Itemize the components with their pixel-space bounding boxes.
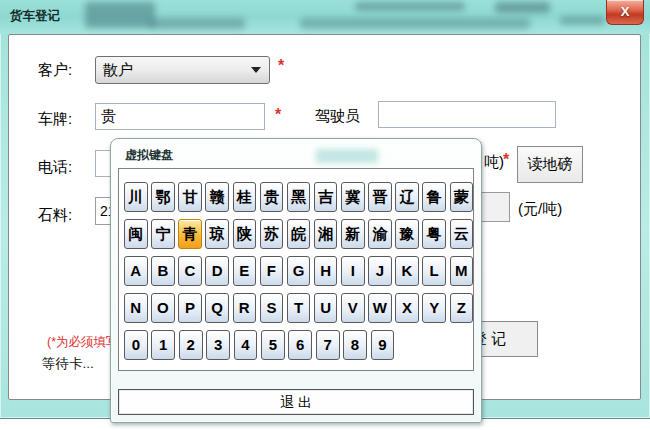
key-琼[interactable]: 琼	[205, 219, 229, 249]
key-E[interactable]: E	[233, 256, 257, 286]
key-陕[interactable]: 陕	[233, 219, 257, 249]
key-渝[interactable]: 渝	[368, 219, 392, 249]
read-weighbridge-button[interactable]: 读地磅	[517, 146, 583, 183]
close-icon[interactable]: X	[606, 0, 644, 25]
key-粤[interactable]: 粤	[422, 219, 446, 249]
key-Y[interactable]: Y	[422, 293, 446, 323]
key-3[interactable]: 3	[206, 330, 230, 360]
stone-label: 石料:	[38, 206, 72, 225]
background-blur	[150, 18, 245, 29]
plate-input[interactable]	[95, 103, 265, 130]
key-Q[interactable]: Q	[205, 293, 229, 323]
key-宁[interactable]: 宁	[151, 219, 175, 249]
required-asterisk: *	[275, 106, 281, 124]
key-X[interactable]: X	[395, 293, 419, 323]
key-U[interactable]: U	[314, 293, 338, 323]
key-K[interactable]: K	[395, 256, 419, 286]
key-云[interactable]: 云	[450, 219, 474, 249]
key-7[interactable]: 7	[316, 330, 340, 360]
key-贵[interactable]: 贵	[260, 182, 284, 212]
key-闽[interactable]: 闽	[124, 219, 148, 249]
key-豫[interactable]: 豫	[395, 219, 419, 249]
driver-input[interactable]	[378, 101, 556, 128]
key-V[interactable]: V	[341, 293, 365, 323]
key-I[interactable]: I	[341, 256, 365, 286]
key-8[interactable]: 8	[343, 330, 367, 360]
key-H[interactable]: H	[314, 256, 338, 286]
key-N[interactable]: N	[124, 293, 148, 323]
required-note: (*为必须填写	[47, 334, 119, 351]
virtual-keyboard-dialog: 虚拟键盘 川鄂甘赣桂贵黑吉冀晋辽鲁蒙闽宁青琼陕苏皖湘新渝豫粤云ABCDEFGHI…	[110, 138, 482, 423]
required-asterisk: *	[503, 151, 509, 169]
virtual-keyboard-title: 虚拟键盘	[125, 147, 173, 164]
key-B[interactable]: B	[151, 256, 175, 286]
key-吉[interactable]: 吉	[314, 182, 338, 212]
key-O[interactable]: O	[151, 293, 175, 323]
customer-select[interactable]: 散户	[95, 56, 270, 84]
key-6[interactable]: 6	[288, 330, 312, 360]
customer-selected-value: 散户	[103, 61, 133, 78]
key-L[interactable]: L	[422, 256, 446, 286]
key-P[interactable]: P	[178, 293, 202, 323]
key-桂[interactable]: 桂	[233, 182, 257, 212]
key-A[interactable]: A	[124, 256, 148, 286]
key-Z[interactable]: Z	[450, 293, 474, 323]
window-title: 货车登记	[10, 8, 60, 25]
chevron-down-icon	[251, 67, 261, 73]
background-blur	[316, 149, 378, 163]
key-S[interactable]: S	[260, 293, 284, 323]
key-F[interactable]: F	[260, 256, 284, 286]
price-unit-label: (元/吨)	[518, 200, 562, 219]
key-2[interactable]: 2	[179, 330, 203, 360]
key-R[interactable]: R	[233, 293, 257, 323]
background-blur	[560, 16, 605, 25]
key-苏[interactable]: 苏	[260, 219, 284, 249]
key-湘[interactable]: 湘	[314, 219, 338, 249]
key-川[interactable]: 川	[124, 182, 148, 212]
key-青[interactable]: 青	[178, 219, 202, 249]
key-G[interactable]: G	[287, 256, 311, 286]
background-blur	[300, 18, 530, 29]
key-1[interactable]: 1	[151, 330, 175, 360]
titlebar	[0, 0, 650, 34]
key-甘[interactable]: 甘	[178, 182, 202, 212]
required-asterisk: *	[278, 57, 284, 75]
phone-label: 电话:	[38, 158, 72, 177]
keyboard-keys: 川鄂甘赣桂贵黑吉冀晋辽鲁蒙闽宁青琼陕苏皖湘新渝豫粤云ABCDEFGHIJKLMN…	[118, 168, 474, 371]
key-赣[interactable]: 赣	[205, 182, 229, 212]
key-鄂[interactable]: 鄂	[151, 182, 175, 212]
driver-label: 驾驶员	[315, 107, 360, 126]
key-D[interactable]: D	[205, 256, 229, 286]
key-辽[interactable]: 辽	[395, 182, 419, 212]
key-蒙[interactable]: 蒙	[450, 182, 474, 212]
key-4[interactable]: 4	[234, 330, 258, 360]
key-黑[interactable]: 黑	[287, 182, 311, 212]
key-新[interactable]: 新	[341, 219, 365, 249]
key-皖[interactable]: 皖	[287, 219, 311, 249]
key-5[interactable]: 5	[261, 330, 285, 360]
status-text: 等待卡...	[42, 355, 94, 373]
key-鲁[interactable]: 鲁	[422, 182, 446, 212]
key-9[interactable]: 9	[371, 330, 395, 360]
weight-unit-suffix: 吨)	[484, 153, 504, 172]
key-冀[interactable]: 冀	[341, 182, 365, 212]
customer-label: 客户:	[38, 61, 72, 80]
key-M[interactable]: M	[450, 256, 474, 286]
background-blur	[355, 2, 465, 11]
key-J[interactable]: J	[368, 256, 392, 286]
key-W[interactable]: W	[368, 293, 392, 323]
background-blur	[495, 2, 550, 13]
key-T[interactable]: T	[287, 293, 311, 323]
keyboard-exit-button[interactable]: 退 出	[118, 389, 474, 415]
key-晋[interactable]: 晋	[368, 182, 392, 212]
background-blur	[85, 2, 155, 28]
key-0[interactable]: 0	[124, 330, 148, 360]
key-C[interactable]: C	[178, 256, 202, 286]
plate-label: 车牌:	[38, 110, 72, 129]
